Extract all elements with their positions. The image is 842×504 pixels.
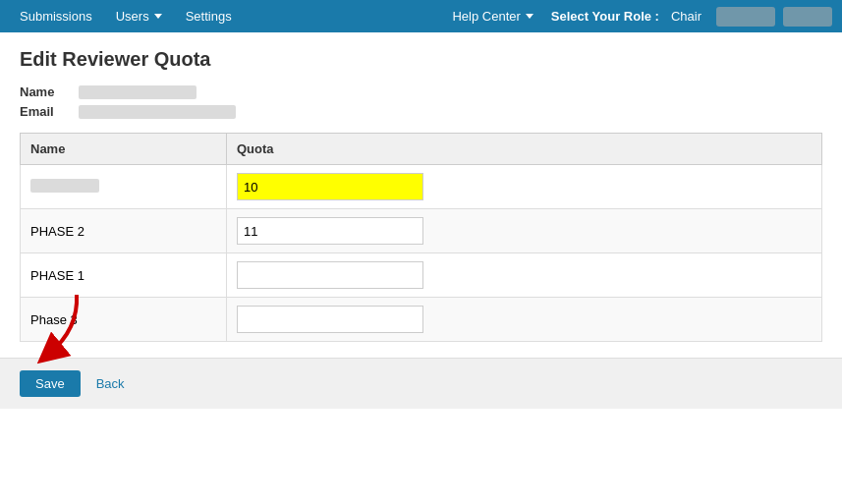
back-link[interactable]: Back [96, 376, 125, 391]
name-value-blurred [79, 85, 196, 99]
quota-input[interactable] [237, 173, 423, 200]
navbar: Submissions Users Settings Help Center S… [0, 0, 842, 32]
page-title: Edit Reviewer Quota [20, 48, 822, 71]
table-header-row: Name Quota [21, 134, 822, 165]
quota-input[interactable] [237, 261, 423, 289]
footer-bar: Save Back [0, 358, 842, 409]
user-avatar-blurred [716, 7, 775, 27]
page-content: Edit Reviewer Quota Name Email Name Quot… [0, 32, 842, 358]
table-row: PHASE 1 [21, 253, 822, 298]
nav-submissions[interactable]: Submissions [10, 3, 102, 29]
email-value-blurred [79, 105, 236, 119]
row-name-blurred [30, 179, 99, 193]
row-name-cell: Phase 3 [21, 298, 227, 342]
email-label: Email [20, 104, 79, 119]
quota-table: Name Quota PHASE 2PHASE 1Phase 3 [20, 133, 822, 342]
row-name-cell: PHASE 1 [21, 253, 227, 298]
user-name-blurred [783, 7, 832, 27]
table-row: Phase 3 [21, 298, 822, 342]
col-header-name: Name [21, 134, 227, 165]
navbar-right: Help Center Select Your Role : Chair [442, 3, 832, 29]
row-name-cell: PHASE 2 [21, 209, 227, 253]
name-row: Name [20, 84, 822, 99]
save-button[interactable]: Save [20, 370, 81, 397]
nav-settings[interactable]: Settings [176, 3, 242, 29]
col-header-quota: Quota [227, 134, 822, 165]
nav-help-center[interactable]: Help Center [442, 3, 542, 29]
row-name-cell [21, 165, 227, 209]
table-row [21, 165, 822, 209]
row-quota-cell [227, 165, 822, 209]
help-caret-icon [526, 14, 533, 19]
table-row: PHASE 2 [21, 209, 822, 253]
quota-input[interactable] [237, 306, 423, 333]
name-label: Name [20, 84, 79, 99]
quota-input[interactable] [237, 217, 423, 245]
row-quota-cell [227, 298, 822, 342]
users-caret-icon [154, 14, 162, 19]
nav-users[interactable]: Users [106, 3, 172, 29]
navbar-left: Submissions Users Settings [10, 3, 242, 29]
row-quota-cell [227, 253, 822, 298]
select-role-label: Select Your Role : [551, 9, 659, 24]
email-row: Email [20, 104, 822, 119]
row-quota-cell [227, 209, 822, 253]
role-dropdown[interactable]: Chair [667, 7, 708, 26]
